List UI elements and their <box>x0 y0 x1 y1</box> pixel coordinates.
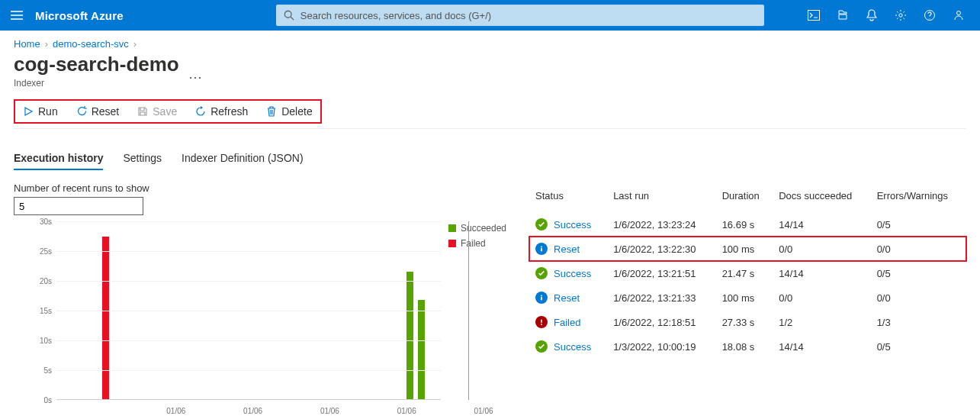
swatch-green <box>448 224 456 232</box>
tab-settings[interactable]: Settings <box>123 152 162 170</box>
status-ok-icon <box>535 218 548 230</box>
status-ok-icon <box>535 267 548 279</box>
cell-duration: 16.69 s <box>716 212 773 237</box>
y-tick-label: 15s <box>40 307 52 315</box>
svg-point-0 <box>284 11 291 18</box>
cell-errs: 0/0 <box>871 285 966 310</box>
y-tick-label: 20s <box>40 277 52 285</box>
brand-label: Microsoft Azure <box>35 9 124 22</box>
col-docs[interactable]: Docs succeeded <box>773 182 870 212</box>
reset-button[interactable]: Reset <box>73 104 123 119</box>
x-tick-label: 01/06 <box>474 407 493 415</box>
run-button[interactable]: Run <box>20 104 61 119</box>
notifications-icon[interactable] <box>860 0 884 31</box>
run-label: Run <box>38 105 58 118</box>
chart-bar[interactable] <box>102 237 109 399</box>
cloud-shell-icon[interactable] <box>802 0 826 31</box>
svg-rect-9 <box>541 297 542 300</box>
cell-last-run: 1/6/2022, 12:18:51 <box>607 310 716 334</box>
status-link[interactable]: Failed <box>554 317 580 328</box>
settings-icon[interactable] <box>888 0 913 31</box>
refresh-button[interactable]: Refresh <box>192 104 251 119</box>
col-status[interactable]: Status <box>529 182 607 212</box>
menu-icon[interactable] <box>9 0 24 31</box>
breadcrumb-home[interactable]: Home <box>14 38 40 50</box>
svg-point-8 <box>541 295 542 297</box>
tab-execution-history[interactable]: Execution history <box>14 152 103 170</box>
table-header-row: Status Last run Duration Docs succeeded … <box>529 182 966 212</box>
breadcrumb: Home › demo-search-svc › <box>14 38 966 50</box>
cell-errs: 1/3 <box>871 310 966 334</box>
cell-errs: 0/5 <box>871 334 966 359</box>
cell-last-run: 1/6/2022, 13:23:24 <box>607 212 716 237</box>
table-row[interactable]: Success1/3/2022, 10:00:1918.08 s14/140/5 <box>529 334 966 359</box>
search-input[interactable] <box>300 10 757 21</box>
refresh-label: Refresh <box>210 105 248 118</box>
svg-point-5 <box>957 11 961 15</box>
svg-point-6 <box>541 247 542 248</box>
col-errs[interactable]: Errors/Warnings <box>871 182 966 212</box>
command-bar: Run Reset Save Refresh Delete <box>20 104 316 119</box>
y-tick-label: 25s <box>40 247 52 256</box>
breadcrumb-service[interactable]: demo-search-svc <box>53 38 129 50</box>
chevron-right-icon: › <box>133 38 137 50</box>
cell-docs: 14/14 <box>773 261 870 285</box>
svg-rect-2 <box>808 11 820 21</box>
page-subtitle: Indexer <box>14 78 179 89</box>
play-icon <box>23 106 34 117</box>
reset-label: Reset <box>92 105 120 118</box>
page-title: cog-search-demo <box>14 53 179 76</box>
trash-icon <box>266 106 277 117</box>
col-duration[interactable]: Duration <box>716 182 773 212</box>
cell-docs: 0/0 <box>773 285 870 310</box>
global-search[interactable] <box>276 5 764 26</box>
svg-rect-7 <box>541 248 542 251</box>
cell-docs: 1/2 <box>773 310 870 334</box>
x-tick-label: 01/06 <box>243 407 262 415</box>
directory-icon[interactable] <box>831 0 855 31</box>
status-ok-icon <box>535 340 548 353</box>
svg-line-1 <box>291 17 294 20</box>
table-row[interactable]: Failed1/6/2022, 12:18:5127.33 s1/21/3 <box>529 310 966 334</box>
svg-rect-10 <box>541 320 542 323</box>
status-link[interactable]: Success <box>554 341 591 353</box>
legend-failed: Failed <box>448 238 506 249</box>
delete-button[interactable]: Delete <box>263 104 315 119</box>
table-row[interactable]: Reset1/6/2022, 13:22:30100 ms0/00/0 <box>529 237 966 261</box>
svg-point-11 <box>541 324 542 325</box>
status-link[interactable]: Success <box>554 268 591 279</box>
chart-bar[interactable] <box>406 272 413 399</box>
cell-errs: 0/0 <box>871 237 966 261</box>
table-row[interactable]: Success1/6/2022, 13:23:2416.69 s14/140/5 <box>529 212 966 237</box>
help-icon[interactable] <box>917 0 942 31</box>
reset-icon <box>76 106 87 117</box>
col-last-run[interactable]: Last run <box>607 182 716 212</box>
cell-docs: 14/14 <box>773 212 870 237</box>
cell-duration: 18.08 s <box>716 334 773 359</box>
y-tick-label: 10s <box>40 337 52 345</box>
cell-errs: 0/5 <box>871 261 966 285</box>
status-link[interactable]: Reset <box>554 292 580 304</box>
table-row[interactable]: Reset1/6/2022, 13:21:33100 ms0/00/0 <box>529 285 966 310</box>
refresh-icon <box>195 106 206 117</box>
save-button: Save <box>134 104 180 119</box>
cell-duration: 100 ms <box>716 285 773 310</box>
feedback-icon[interactable] <box>946 0 971 31</box>
runs-count-label: Number of recent runs to show <box>14 182 506 194</box>
status-info-icon <box>535 243 548 255</box>
y-tick-label: 5s <box>43 366 52 375</box>
runs-count-input[interactable] <box>14 197 143 215</box>
y-tick-label: 30s <box>40 218 52 226</box>
chart-bar[interactable] <box>418 300 425 399</box>
table-row[interactable]: Success1/6/2022, 13:21:5121.47 s14/140/5 <box>529 261 966 285</box>
x-tick-label: 01/06 <box>397 407 416 415</box>
cell-last-run: 1/6/2022, 13:21:51 <box>607 261 716 285</box>
status-link[interactable]: Reset <box>554 243 580 255</box>
cell-last-run: 1/6/2022, 13:21:33 <box>607 285 716 310</box>
save-icon <box>137 106 148 117</box>
cell-errs: 0/5 <box>871 212 966 237</box>
status-link[interactable]: Success <box>554 219 591 230</box>
divider <box>14 128 966 129</box>
tab-indexer-json[interactable]: Indexer Definition (JSON) <box>182 152 304 170</box>
more-icon[interactable]: ⋯ <box>188 69 202 89</box>
